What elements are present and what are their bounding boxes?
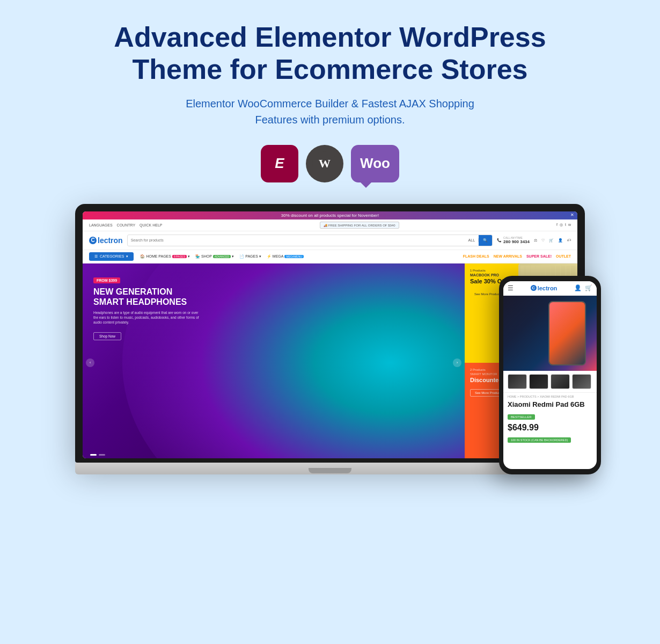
hero-product-title: NEW GENERATION SMART HEADPHONES [93,287,201,307]
new-arrivals-link[interactable]: NEW ARRIVALS [494,254,522,258]
elementor-icon: E [275,155,284,172]
phone-cart-icon[interactable]: 🛒 [585,284,592,291]
hero-banner: ‹ › FROM $399 NEW GENERATION SMART HEADP… [83,264,465,458]
site-header: C lectron ALL 🔍 📞 CALL ANYTIME [83,231,577,250]
site-topbar: 30% discount on all products special for… [83,211,577,219]
phone-logo[interactable]: C lectron [531,285,558,291]
shipping-icon: 🚚 [324,224,327,227]
phone-logo-text: lectron [538,285,558,291]
site-logo[interactable]: C lectron [89,236,123,245]
chevron-down-icon: ▾ [126,254,128,259]
svg-text:W: W [319,157,331,170]
hero-shop-button[interactable]: Shop Now [93,332,121,340]
user-icon[interactable]: 👤 [558,238,563,243]
whatsapp-icon[interactable]: w [568,223,571,227]
social-icons: f ◎ t w [556,223,571,227]
wishlist-icon[interactable]: ♡ [541,238,545,243]
search-button[interactable]: 🔍 [479,235,492,246]
cart-icon[interactable]: 🛒 [549,238,554,243]
mega-badge: MEGAMENU [284,255,303,258]
hero-description: Headphones are a type of audio equipment… [93,310,201,325]
search-all-dropdown[interactable]: ALL [465,238,479,242]
shipping-label: FREE SHIPPING FOR ALL ORDERS OF $340 [328,224,395,227]
slider-dot-2[interactable] [99,454,105,456]
call-info-text: CALL ANYTIME 280 900 3434 [503,236,530,244]
hero-price-badge: FROM $399 [93,277,120,283]
outlet-link[interactable]: OUTLET [556,254,571,258]
languages-label[interactable]: LANGUAGES [89,223,113,227]
hero-next-button[interactable]: › [453,358,461,367]
flash-deals-link[interactable]: FLASH DEALS [463,254,489,258]
laptop-notch [309,468,351,473]
nav-right-links: FLASH DEALS NEW ARRIVALS SUPER SALE! OUT… [463,254,571,258]
categories-button[interactable]: ☰ CATEGORIES ▾ [89,252,134,261]
phone-hamburger-icon[interactable]: ☰ [508,284,514,292]
wordpress-icon: W [311,150,338,177]
slider-dot-1[interactable] [90,454,97,456]
phone-price: $649.99 [503,421,597,434]
phone-graphic-inner [548,301,586,365]
logo-c-icon: C [89,237,97,244]
phone-thumb-1[interactable] [508,374,527,389]
phone-product-screen-inner [549,302,585,364]
phone-logo-c: C [531,285,537,291]
facebook-icon[interactable]: f [556,223,558,227]
compare-icon[interactable]: ⚖ [534,238,537,243]
phone-mockup: ☰ C lectron 👤 🛒 [499,276,601,474]
phone-number: 280 900 3434 [503,239,530,244]
country-label[interactable]: COUNTRY [117,223,135,227]
nav-item-pages[interactable]: 📄 PAGES ▾ [239,254,261,259]
nav-item-shop[interactable]: 🏪 SHOP ADVANCED ▾ [195,254,234,259]
hero-subtitle: Elementor WooCommerce Builder & Fastest … [164,96,496,128]
instagram-icon[interactable]: ◎ [560,223,563,227]
hamburger-icon: ☰ [94,254,98,259]
phone-product-title: Xiaomi Redmi Pad 6GB [503,399,597,411]
phone-breadcrumb: HOME > PRODUCTS > XIAOMI REDMI PAD 6GB [503,393,597,399]
elementor-badge: E [261,145,298,182]
call-info: 📞 CALL ANYTIME 280 900 3434 [497,236,530,244]
phone-user-icon[interactable]: 👤 [574,284,582,291]
categories-label: CATEGORIES [100,254,124,258]
search-input[interactable] [128,238,465,242]
super-sale-link[interactable]: SUPER SALE! [526,254,552,258]
whatsapp-call-icon: 📞 [497,238,502,243]
phone-product-thumbnails [503,371,597,393]
badges-row: E W Woo [261,145,399,182]
header-icons: 📞 CALL ANYTIME 280 900 3434 ⚖ ♡ 🛒 👤 🏷 [497,236,571,244]
device-wrapper: 30% discount on all products special for… [48,204,612,474]
hero-slider-dots [90,454,105,456]
hero-title: Advanced Elementor WordPress Theme for E… [99,21,561,86]
phone-header-icons: 👤 🛒 [574,284,592,291]
shop-badge: ADVANCED [213,255,231,258]
phone-screen: ☰ C lectron 👤 🛒 [503,281,597,469]
site-nav-top: LANGUAGES COUNTRY QUICK HELP 🚚 FREE SHIP… [83,219,577,231]
discount-icon[interactable]: 🏷 [567,238,571,242]
nav-item-mega[interactable]: ⚡ MEGA MEGAMENU [267,254,304,259]
logo-text: lectron [98,236,123,245]
phone-stock-badge: 100 IN STOCK (CAN BE BACKORDERED) [508,437,571,443]
hero-prev-button[interactable]: ‹ [86,358,94,367]
banner2-btn-label: See More Products [475,391,502,394]
phone-bestseller-badge: BESTSELLER [508,414,535,420]
search-bar[interactable]: ALL 🔍 [127,235,493,246]
home-pages-badge: 8 PAGES [172,255,187,258]
main-nav-items: 🏠 HOME PAGES 8 PAGES ▾ 🏪 SHOP ADVANCED ▾… [140,254,304,259]
banner1-btn-label: See More Products [474,292,502,296]
help-label[interactable]: QUICK HELP [140,223,162,227]
woocommerce-badge: Woo [351,145,399,182]
site-nav-main: ☰ CATEGORIES ▾ 🏠 HOME PAGES 8 PAGES ▾ 🏪 … [83,250,577,264]
nav-top-left: LANGUAGES COUNTRY QUICK HELP [89,223,162,227]
nav-item-home[interactable]: 🏠 HOME PAGES 8 PAGES ▾ [140,254,190,259]
phone-nav: ☰ C lectron 👤 🛒 [503,281,597,296]
woocommerce-icon: Woo [360,155,390,172]
phone-thumb-3[interactable] [551,374,570,389]
shipping-badge: 🚚 FREE SHIPPING FOR ALL ORDERS OF $340 [320,222,399,229]
topbar-close-icon[interactable]: ✕ [570,213,574,217]
phone-thumb-4[interactable] [572,374,591,389]
wordpress-badge: W [306,145,343,182]
topbar-notice: 30% discount on all products special for… [281,213,379,218]
phone-thumb-2[interactable] [529,374,548,389]
phone-product-image [503,296,597,371]
twitter-icon[interactable]: t [565,223,566,227]
